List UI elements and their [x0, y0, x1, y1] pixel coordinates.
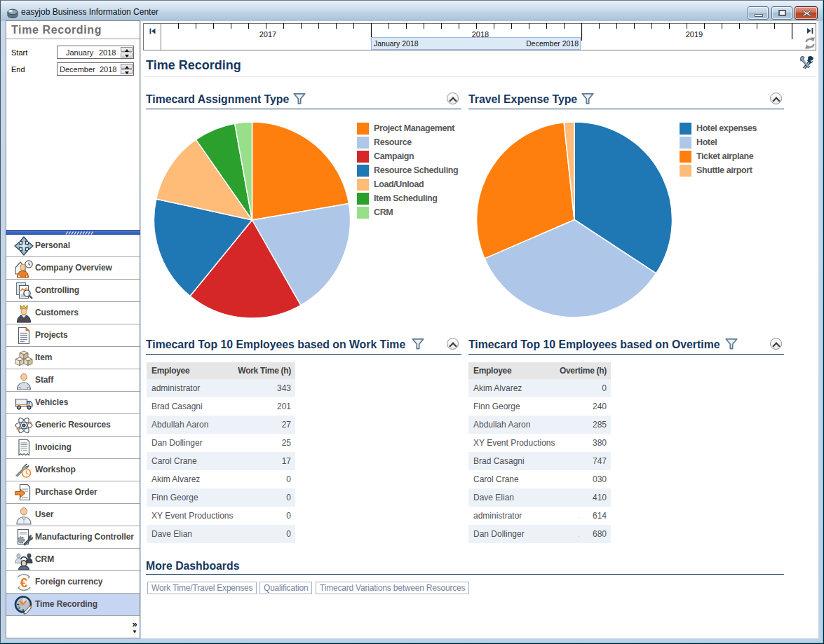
svg-text:€: €	[20, 575, 28, 590]
